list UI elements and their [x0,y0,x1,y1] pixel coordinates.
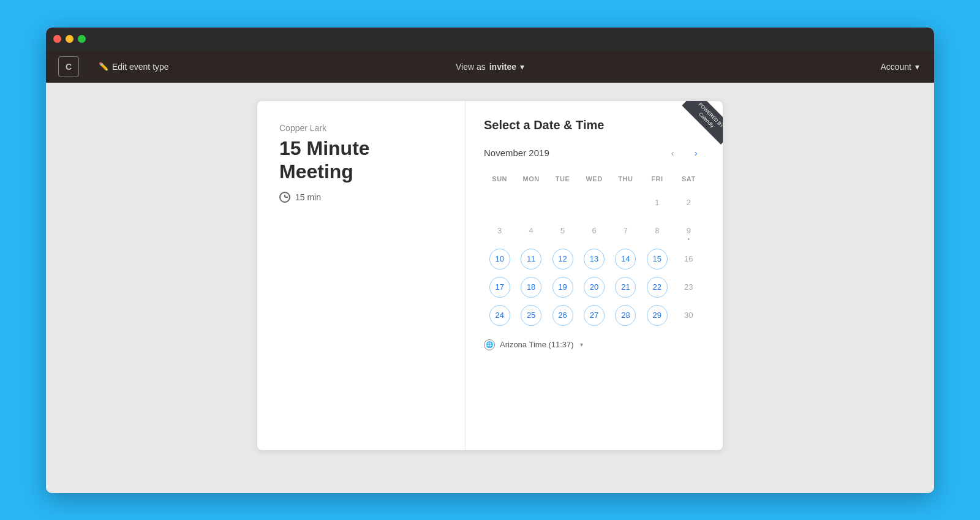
navbar: C ✏️ Edit event type View as invitee ▾ A… [46,51,934,83]
cal-day-3: 3 [484,218,515,244]
cal-day-17[interactable]: 17 [484,274,515,300]
edit-event-label: Edit event type [112,62,169,72]
cal-empty-4 [578,190,609,216]
cal-day-27[interactable]: 27 [578,303,609,328]
day-header-mon: MON [515,173,546,185]
calendar-header: November 2019 ‹ › [484,145,704,162]
cal-day-9: 9 [673,218,704,244]
cal-day-26[interactable]: 26 [547,303,578,328]
close-button[interactable] [53,35,61,43]
edit-event-button[interactable]: ✏️ Edit event type [91,58,176,75]
cal-empty-2 [515,190,546,216]
cal-day-7: 7 [610,218,641,244]
timezone-chevron-icon: ▾ [580,341,583,348]
cal-day-21[interactable]: 21 [610,274,641,300]
minimize-button[interactable] [66,35,74,43]
cal-day-12[interactable]: 12 [547,246,578,272]
maximize-button[interactable] [78,35,86,43]
timezone-row[interactable]: 🌐 Arizona Time (11:37) ▾ [484,339,704,350]
day-header-sat: SAT [673,173,704,185]
cal-day-19[interactable]: 19 [547,274,578,300]
cal-day-29[interactable]: 29 [641,303,673,328]
browser-window: C ✏️ Edit event type View as invitee ▾ A… [46,28,934,493]
calendar-days: 1 2 3 4 5 6 7 8 9 10 11 12 1 [484,190,704,328]
cal-day-16: 16 [673,246,704,272]
globe-icon: 🌐 [484,339,495,350]
select-date-title: Select a Date & Time [484,118,704,132]
clock-hand-minute [285,197,288,198]
cal-day-15[interactable]: 15 [641,246,673,272]
cal-day-5: 5 [547,218,578,244]
duration-row: 15 min [279,192,443,203]
day-headers: SUN MON TUE WED THU FRI SAT [484,173,704,185]
account-label: Account [880,62,911,72]
traffic-lights [53,35,86,43]
view-as-chevron-icon: ▾ [520,62,524,72]
booking-card: Copper Lark 15 Minute Meeting 15 min POW… [257,101,723,450]
month-year-label: November 2019 [484,148,549,158]
day-header-wed: WED [578,173,609,185]
day-header-sun: SUN [484,173,515,185]
day-header-fri: FRI [641,173,673,185]
view-as-label: View as [456,62,486,72]
view-as-invitee-label: invitee [489,62,516,72]
cal-day-13[interactable]: 13 [578,246,609,272]
view-as-dropdown[interactable]: View as invitee ▾ [456,62,524,72]
account-dropdown[interactable]: Account ▾ [880,62,919,72]
meeting-title: 15 Minute Meeting [279,137,443,184]
cal-day-28[interactable]: 28 [610,303,641,328]
cal-day-8: 8 [641,218,673,244]
calendly-badge: POWERED BY Calendly [674,101,723,150]
page-content: Copper Lark 15 Minute Meeting 15 min POW… [46,83,934,493]
calendar-grid: SUN MON TUE WED THU FRI SAT [484,173,704,328]
cal-day-1: 1 [641,190,673,216]
cal-day-30: 30 [673,303,704,328]
day-header-thu: THU [610,173,641,185]
timezone-label: Arizona Time (11:37) [500,340,574,349]
cal-day-2: 2 [673,190,704,216]
cal-day-18[interactable]: 18 [515,274,546,300]
logo-text: C [66,62,72,72]
logo: C [58,56,79,77]
cal-day-14[interactable]: 14 [610,246,641,272]
cal-day-10[interactable]: 10 [484,246,515,272]
duration-label: 15 min [295,192,321,202]
cal-day-4: 4 [515,218,546,244]
clock-icon [279,192,290,203]
calendar-panel: POWERED BY Calendly Select a Date & Time… [466,101,723,450]
event-info-panel: Copper Lark 15 Minute Meeting 15 min [257,101,466,450]
cal-day-24[interactable]: 24 [484,303,515,328]
title-bar [46,28,934,51]
cal-empty-5 [610,190,641,216]
cal-day-20[interactable]: 20 [578,274,609,300]
pencil-icon: ✏️ [99,62,108,71]
cal-empty-1 [484,190,515,216]
cal-day-22[interactable]: 22 [641,274,673,300]
cal-empty-3 [547,190,578,216]
organizer-name: Copper Lark [279,123,443,133]
cal-day-11[interactable]: 11 [515,246,546,272]
account-chevron-icon: ▾ [915,62,919,72]
cal-day-23: 23 [673,274,704,300]
day-header-tue: TUE [547,173,578,185]
calendly-badge-text: POWERED BY Calendly [682,101,723,145]
cal-day-25[interactable]: 25 [515,303,546,328]
cal-day-6: 6 [578,218,609,244]
